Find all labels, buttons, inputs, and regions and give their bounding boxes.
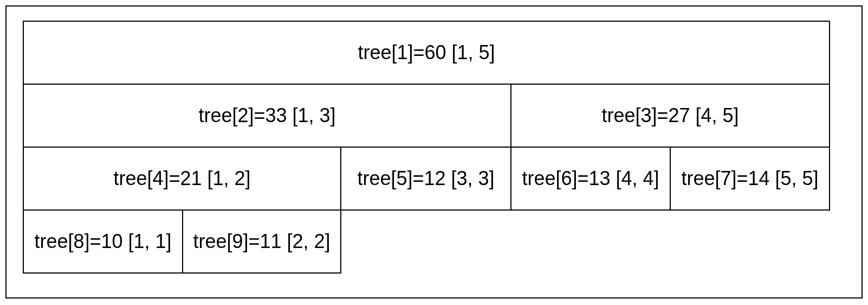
tree-node-label: tree[6]=13 [4, 4] — [522, 167, 659, 190]
tree-node-9: tree[9]=11 [2, 2] — [182, 209, 341, 274]
tree-node-label: tree[7]=14 [5, 5] — [681, 167, 818, 190]
tree-node-label: tree[8]=10 [1, 1] — [34, 230, 171, 253]
tree-node-label: tree[4]=21 [1, 2] — [113, 167, 250, 190]
tree-node-label: tree[3]=27 [4, 5] — [601, 104, 739, 127]
tree-node-4: tree[4]=21 [1, 2] — [23, 147, 341, 211]
tree-node-3: tree[3]=27 [4, 5] — [510, 84, 830, 148]
diagram-frame: tree[1]=60 [1, 5] tree[2]=33 [1, 3] tree… — [5, 5, 863, 298]
tree-node-2: tree[2]=33 [1, 3] — [23, 84, 511, 148]
tree-node-label: tree[1]=60 [1, 5] — [358, 41, 495, 64]
tree-node-label: tree[2]=33 [1, 3] — [198, 104, 335, 127]
tree-node-8: tree[8]=10 [1, 1] — [23, 209, 183, 274]
tree-node-7: tree[7]=14 [5, 5] — [670, 147, 830, 211]
tree-node-5: tree[5]=12 [3, 3] — [340, 147, 511, 211]
segment-tree: tree[1]=60 [1, 5] tree[2]=33 [1, 3] tree… — [23, 21, 845, 283]
tree-node-label: tree[9]=11 [2, 2] — [193, 230, 330, 253]
tree-node-label: tree[5]=12 [3, 3] — [357, 167, 494, 190]
tree-node-1: tree[1]=60 [1, 5] — [23, 21, 830, 85]
tree-node-6: tree[6]=13 [4, 4] — [510, 147, 671, 211]
